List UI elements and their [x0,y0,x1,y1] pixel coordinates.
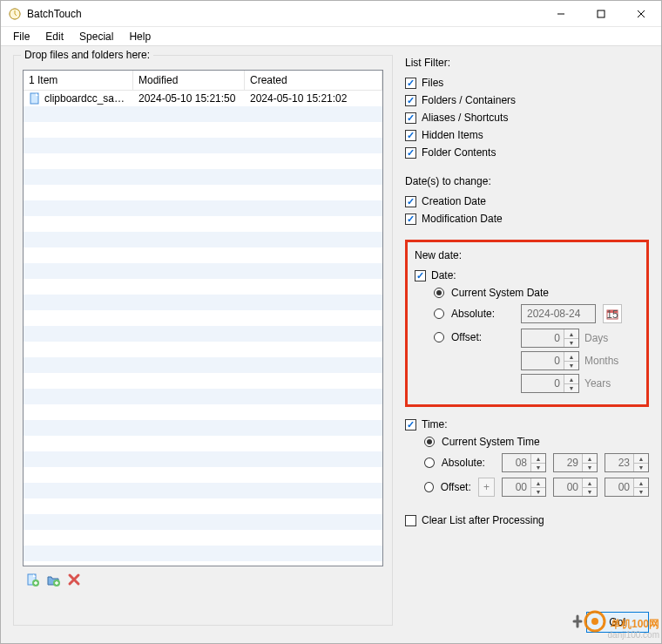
spin-up-icon[interactable]: ▲ [583,454,597,463]
remove-button[interactable] [66,572,82,587]
cell-modified: 2024-05-10 15:21:50 [133,92,245,105]
menu-special[interactable]: Special [72,29,120,44]
spin-down-icon[interactable]: ▼ [564,383,578,392]
list-filter-label: List Filter: [405,55,649,74]
offset-days-input[interactable]: ▲▼ [521,329,579,348]
radio-absolute-time[interactable] [424,458,435,468]
spin-up-icon[interactable]: ▲ [634,454,648,463]
table-row[interactable] [24,295,382,310]
spin-up-icon[interactable]: ▲ [634,478,648,487]
offset-m-input[interactable]: ▲▼ [553,478,598,497]
maximize-button[interactable] [581,1,621,26]
radio-absolute-date[interactable] [434,308,444,319]
table-row[interactable]: clipboardcc_save...2024-05-10 15:21:5020… [24,91,382,106]
calendar-button[interactable]: 15 [603,304,622,323]
table-row[interactable] [24,263,382,279]
radio-current-time[interactable] [424,437,435,447]
table-row[interactable] [24,216,382,232]
spin-down-icon[interactable]: ▼ [583,463,597,471]
checkbox-icon [405,95,416,106]
spin-down-icon[interactable]: ▼ [634,487,648,496]
check-clear-list[interactable]: Clear List after Processing [405,512,649,529]
table-row[interactable] [24,279,382,295]
menu-edit[interactable]: Edit [38,29,71,44]
filter-folders[interactable]: Folders / Containers [405,92,649,109]
table-row[interactable] [24,498,382,514]
filter-files[interactable]: Files [405,74,649,92]
add-file-button[interactable] [24,572,40,587]
table-row[interactable] [24,467,382,483]
table-row[interactable] [24,310,382,326]
radio-absolute-date-label: Absolute: [451,308,514,320]
minimize-button[interactable] [541,1,581,26]
spin-down-icon[interactable]: ▼ [583,487,597,496]
radio-offset-date[interactable] [434,332,444,342]
radio-current-date[interactable] [434,288,444,298]
radio-offset-date-row: Offset: ▲▼ Days ▲▼ Months ▲▼ Years [415,326,639,396]
offset-years-input[interactable]: ▲▼ [521,374,579,393]
table-row[interactable] [24,561,382,566]
menu-help[interactable]: Help [122,29,158,44]
table-row[interactable] [24,106,382,122]
table-row[interactable] [24,546,382,561]
spin-down-icon[interactable]: ▼ [531,487,545,496]
filter-contents[interactable]: Folder Contents [405,144,649,161]
spin-up-icon[interactable]: ▲ [564,329,578,338]
file-list[interactable]: 1 Item Modified Created clipboardcc_save… [23,70,383,566]
table-row[interactable] [24,169,382,185]
close-button[interactable] [621,1,661,26]
spin-up-icon[interactable]: ▲ [583,478,597,487]
check-creation[interactable]: Creation Date [405,193,649,210]
table-row[interactable] [24,326,382,342]
table-row[interactable] [24,153,382,169]
table-row[interactable] [24,389,382,404]
menu-file[interactable]: File [6,29,37,44]
col-modified[interactable]: Modified [133,71,245,90]
spin-up-icon[interactable]: ▲ [564,352,578,361]
go-button[interactable]: Go! [586,612,649,633]
table-row[interactable] [24,483,382,498]
spin-down-icon[interactable]: ▼ [531,463,545,471]
check-modification[interactable]: Modification Date [405,210,649,227]
radio-offset-time[interactable] [424,482,434,492]
app-icon [8,7,22,21]
table-row[interactable] [24,122,382,138]
table-row[interactable] [24,404,382,420]
table-row[interactable] [24,420,382,436]
table-row[interactable] [24,357,382,373]
offset-s-input[interactable]: ▲▼ [605,478,649,497]
col-count[interactable]: 1 Item [24,71,133,90]
filter-aliases[interactable]: Aliases / Shortcuts [405,109,649,126]
table-row[interactable] [24,200,382,216]
spin-down-icon[interactable]: ▼ [564,361,578,369]
spin-up-icon[interactable]: ▲ [564,375,578,383]
absolute-date-input[interactable]: 2024-08-24 [521,304,596,323]
offset-months-input[interactable]: ▲▼ [521,351,579,370]
file-icon [29,92,41,105]
check-date[interactable]: Date: [415,267,639,284]
filter-hidden[interactable]: Hidden Items [405,126,649,144]
time-m-input[interactable]: ▲▼ [553,453,598,472]
col-created[interactable]: Created [245,71,382,90]
table-row[interactable] [24,185,382,200]
table-row[interactable] [24,451,382,467]
spin-up-icon[interactable]: ▲ [531,478,545,487]
table-row[interactable] [24,247,382,263]
file-list-header: 1 Item Modified Created [24,71,382,91]
add-folder-button[interactable] [45,572,61,587]
check-time[interactable]: Time: [405,416,649,433]
table-row[interactable] [24,530,382,546]
spin-down-icon[interactable]: ▼ [564,338,578,347]
spin-down-icon[interactable]: ▼ [634,463,648,471]
table-row[interactable] [24,436,382,451]
offset-sign-button[interactable]: + [478,478,495,497]
spin-up-icon[interactable]: ▲ [531,454,545,463]
time-s-input[interactable]: ▲▼ [605,453,649,472]
table-row[interactable] [24,373,382,389]
table-row[interactable] [24,514,382,530]
table-row[interactable] [24,232,382,247]
offset-h-input[interactable]: ▲▼ [502,478,546,497]
table-row[interactable] [24,342,382,357]
time-h-input[interactable]: ▲▼ [502,453,546,472]
table-row[interactable] [24,138,382,153]
